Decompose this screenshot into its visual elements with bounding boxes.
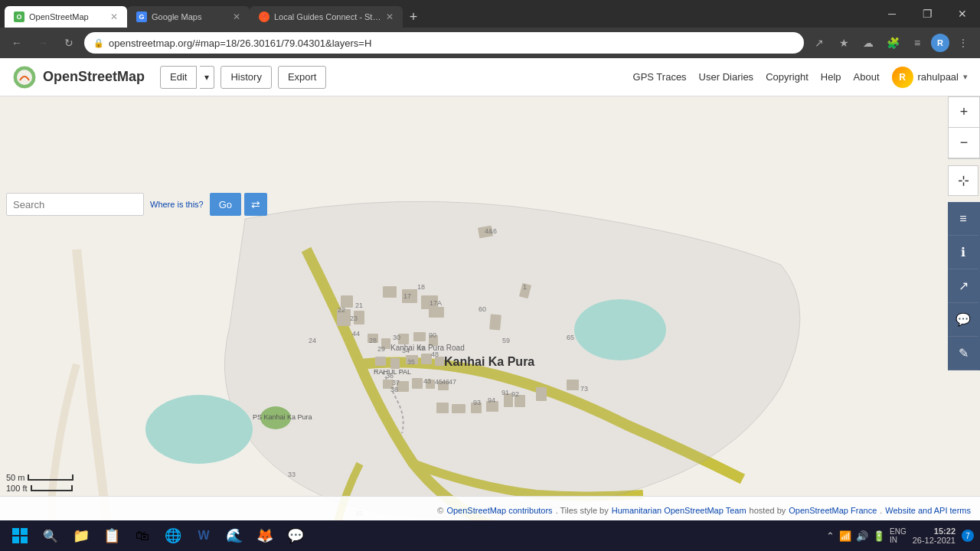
map-controls: + − ⊹ ≡ ℹ ↗ 💬 ✎ bbox=[948, 96, 980, 373]
edit-dropdown-button[interactable]: ▾ bbox=[200, 66, 214, 89]
search-input[interactable] bbox=[6, 193, 144, 216]
taskbar-whatsapp-icon[interactable]: 💬 bbox=[282, 522, 309, 549]
svg-text:91: 91 bbox=[501, 389, 509, 396]
bookmark-icon[interactable]: ★ bbox=[833, 32, 854, 54]
tab-google-maps[interactable]: G Google Maps ✕ bbox=[127, 6, 250, 28]
imperial-label: 100 ft bbox=[6, 484, 28, 493]
system-icons: ⌃ 📶 🔊 🔋 ENGIN bbox=[826, 527, 906, 544]
tab-close-gmaps[interactable]: ✕ bbox=[233, 11, 240, 22]
svg-rect-19 bbox=[413, 332, 426, 341]
taskbar-clipboard-icon[interactable]: 📋 bbox=[98, 522, 126, 549]
share-button[interactable]: ↗ bbox=[948, 269, 978, 303]
cloud-icon[interactable]: ☁ bbox=[858, 32, 879, 54]
layers-button[interactable]: ≡ bbox=[948, 202, 978, 236]
puzzle-icon[interactable]: 🧩 bbox=[882, 32, 903, 54]
start-button[interactable] bbox=[6, 522, 34, 549]
scale-bar: 50 m 100 ft bbox=[6, 473, 74, 493]
profile-avatar[interactable]: R bbox=[931, 34, 949, 52]
svg-point-3 bbox=[145, 395, 253, 464]
close-button[interactable]: ✕ bbox=[945, 0, 980, 28]
user-diaries-link[interactable]: User Diaries bbox=[699, 71, 754, 83]
query-button[interactable]: ✎ bbox=[948, 337, 978, 370]
tab-favicon-gmaps: G bbox=[136, 11, 147, 22]
wifi-icon[interactable]: 📶 bbox=[839, 530, 851, 542]
edit-button[interactable]: Edit bbox=[160, 66, 197, 89]
go-button[interactable]: Go bbox=[210, 193, 241, 216]
svg-rect-24 bbox=[421, 354, 432, 364]
tab-close-osm[interactable]: ✕ bbox=[110, 11, 118, 22]
forward-button[interactable]: → bbox=[32, 32, 54, 54]
taskbar-store-icon[interactable]: 🛍 bbox=[129, 522, 156, 549]
svg-text:28: 28 bbox=[369, 337, 377, 344]
search-bar: Where is this? Go ⇄ bbox=[6, 193, 267, 216]
minimize-button[interactable]: ─ bbox=[874, 0, 910, 28]
taskbar-firefox-icon[interactable]: 🦊 bbox=[251, 522, 279, 549]
copyright-link[interactable]: Copyright bbox=[766, 71, 808, 83]
svg-text:65: 65 bbox=[567, 334, 574, 341]
osm-logo[interactable]: OpenStreetMap bbox=[12, 65, 145, 90]
user-menu[interactable]: R rahulpaal ▾ bbox=[892, 67, 969, 88]
taskbar-explorer-icon[interactable]: 📁 bbox=[67, 522, 95, 549]
metric-label: 50 m bbox=[6, 473, 24, 482]
locate-button[interactable]: ⊹ bbox=[948, 165, 978, 196]
taskbar-chrome-icon[interactable]: 🌐 bbox=[159, 522, 187, 549]
restore-button[interactable]: ❐ bbox=[910, 0, 945, 28]
notification-badge[interactable]: 7 bbox=[962, 530, 974, 542]
svg-text:22: 22 bbox=[338, 306, 345, 314]
svg-text:1: 1 bbox=[523, 283, 527, 291]
taskbar-word-icon[interactable]: W bbox=[190, 522, 217, 549]
date-display: 26-12-2021 bbox=[913, 536, 956, 545]
humanitarian-link[interactable]: Humanitarian OpenStreetMap Team bbox=[612, 506, 746, 515]
taskbar-time[interactable]: 15:22 26-12-2021 bbox=[913, 527, 956, 545]
taskbar-search-button[interactable]: 🔍 bbox=[37, 522, 64, 549]
svg-text:23: 23 bbox=[350, 315, 358, 322]
osm-contributors-link[interactable]: OpenStreetMap contributors bbox=[446, 506, 552, 515]
windows-icon bbox=[12, 528, 28, 543]
tab-local-guides[interactable]: 📍 Local Guides Connect - Start a p... ✕ bbox=[250, 6, 403, 28]
tab-close-localguides[interactable]: ✕ bbox=[386, 11, 394, 22]
tab-openstreetmap[interactable]: O OpenStreetMap ✕ bbox=[5, 6, 127, 28]
chevron-up-icon[interactable]: ⌃ bbox=[826, 530, 835, 542]
directions-button[interactable]: ⇄ bbox=[244, 193, 267, 216]
tab-favicon-osm: O bbox=[14, 11, 24, 22]
new-tab-button[interactable]: + bbox=[403, 6, 424, 28]
svg-text:60: 60 bbox=[479, 305, 486, 313]
api-terms-link[interactable]: Website and API terms bbox=[885, 506, 971, 515]
map-container[interactable]: Where is this? Go ⇄ bbox=[0, 96, 980, 523]
zoom-in-button[interactable]: + bbox=[949, 97, 979, 128]
svg-text:Kanhai Ka Pura: Kanhai Ka Pura bbox=[444, 355, 534, 368]
help-link[interactable]: Help bbox=[821, 71, 841, 83]
address-bar: ← → ↻ 🔒 openstreetmap.org/#map=18/26.301… bbox=[0, 28, 980, 58]
export-button[interactable]: Export bbox=[278, 66, 327, 89]
tab-favicon-localguides: 📍 bbox=[259, 11, 270, 22]
scale-lines: 50 m 100 ft bbox=[6, 473, 74, 493]
back-button[interactable]: ← bbox=[6, 32, 28, 54]
extension-icon[interactable]: ↗ bbox=[808, 32, 830, 54]
input-icon[interactable]: ENGIN bbox=[890, 527, 906, 544]
url-text: openstreetmap.org/#map=18/26.30161/79.04… bbox=[109, 37, 795, 49]
svg-rect-37 bbox=[536, 387, 547, 401]
battery-icon[interactable]: 🔋 bbox=[873, 530, 885, 542]
playlist-icon[interactable]: ≡ bbox=[906, 32, 928, 54]
reload-button[interactable]: ↻ bbox=[58, 32, 80, 54]
history-button[interactable]: History bbox=[220, 66, 271, 89]
where-is-this-link[interactable]: Where is this? bbox=[150, 200, 204, 209]
tab-title-localguides: Local Guides Connect - Start a p... bbox=[274, 12, 381, 21]
note-button[interactable]: 💬 bbox=[948, 303, 978, 337]
menu-icon[interactable]: ⋮ bbox=[952, 32, 974, 54]
osm-france-link[interactable]: OpenStreetMap France bbox=[789, 506, 877, 515]
svg-text:17: 17 bbox=[403, 292, 411, 300]
svg-text:34: 34 bbox=[402, 347, 410, 354]
taskbar-edge-icon[interactable]: 🌊 bbox=[220, 522, 248, 549]
svg-text:21: 21 bbox=[355, 302, 363, 309]
svg-text:92: 92 bbox=[511, 390, 519, 398]
about-link[interactable]: About bbox=[854, 71, 880, 83]
gps-traces-link[interactable]: GPS Traces bbox=[633, 71, 687, 83]
volume-icon[interactable]: 🔊 bbox=[856, 530, 868, 542]
svg-rect-15 bbox=[489, 314, 501, 330]
zoom-out-button[interactable]: − bbox=[949, 128, 979, 158]
tab-title-osm: OpenStreetMap bbox=[29, 12, 106, 21]
info-button[interactable]: ℹ bbox=[948, 236, 978, 269]
url-bar[interactable]: 🔒 openstreetmap.org/#map=18/26.30161/79.… bbox=[84, 32, 804, 54]
svg-rect-32 bbox=[452, 404, 466, 413]
